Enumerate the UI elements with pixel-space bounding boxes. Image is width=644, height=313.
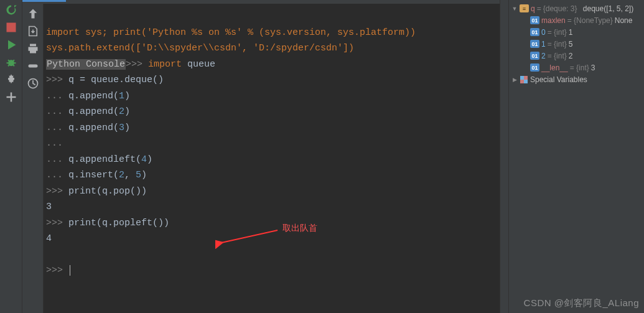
- history-icon[interactable]: [27, 77, 39, 90]
- path-line: sys.path.extend(['D:\\spyder\\csdn', 'D:…: [46, 43, 354, 54]
- console-toolbar: [22, 4, 44, 313]
- var-item[interactable]: 01 0 = {int} 1: [509, 26, 644, 38]
- play-icon[interactable]: [5, 39, 17, 51]
- special-icon: [520, 75, 528, 84]
- stop-icon[interactable]: [5, 21, 17, 34]
- object-badge: ≡: [520, 4, 529, 12]
- svg-rect-2: [28, 65, 37, 68]
- watermark: CSDN @剑客阿良_ALiang: [524, 297, 639, 309]
- export-icon[interactable]: [27, 25, 39, 37]
- console-title: Python Console: [46, 59, 126, 70]
- int-badge: 01: [530, 52, 539, 60]
- header-line: import sys; print('Python %s on %s' % (s…: [46, 27, 416, 38]
- int-badge: 01: [530, 40, 539, 48]
- var-item[interactable]: 01 __len__ = {int} 3: [509, 62, 644, 73]
- svg-rect-5: [520, 76, 524, 80]
- cursor: [70, 265, 70, 276]
- bug-icon[interactable]: [5, 56, 17, 68]
- collapse-icon[interactable]: ▼: [511, 6, 518, 12]
- up-icon[interactable]: [27, 7, 39, 20]
- link-icon[interactable]: [27, 60, 39, 72]
- add-icon[interactable]: [5, 91, 17, 103]
- annotation-label: 取出队首: [282, 223, 317, 234]
- left-toolbar: [0, 0, 22, 313]
- rerun-icon[interactable]: [5, 4, 17, 16]
- output-1: 3: [46, 202, 52, 212]
- svg-rect-0: [6, 23, 16, 32]
- var-item[interactable]: 01 2 = {int} 2: [509, 50, 644, 62]
- expand-icon[interactable]: ▶: [511, 77, 518, 83]
- svg-rect-7: [524, 76, 528, 80]
- int-badge: 01: [530, 16, 539, 24]
- variables-panel: ▼ ≡ q = {deque: 3} deque([1, 5, 2]) 01 m…: [508, 0, 644, 313]
- arrow-icon: [215, 224, 284, 249]
- python-console[interactable]: import sys; print('Python %s on %s' % (s…: [44, 4, 422, 313]
- scrollbar-gutter[interactable]: [500, 0, 508, 313]
- print-icon[interactable]: [27, 42, 39, 55]
- tab-strip: [22, 0, 500, 4]
- import-keyword: import: [148, 59, 182, 70]
- var-item[interactable]: 01 1 = {int} 5: [509, 38, 644, 50]
- output-2: 4: [46, 233, 52, 244]
- int-badge: 01: [530, 63, 539, 72]
- svg-line-4: [222, 230, 278, 243]
- svg-rect-8: [520, 80, 524, 83]
- settings-icon[interactable]: [5, 73, 17, 86]
- special-variables[interactable]: ▶ Special Variables: [509, 73, 644, 85]
- svg-rect-6: [524, 80, 528, 83]
- int-badge: 01: [530, 28, 539, 36]
- var-root[interactable]: ▼ ≡ q = {deque: 3} deque([1, 5, 2]): [509, 2, 644, 14]
- var-item[interactable]: 01 maxlen = {NoneType} None: [509, 14, 644, 26]
